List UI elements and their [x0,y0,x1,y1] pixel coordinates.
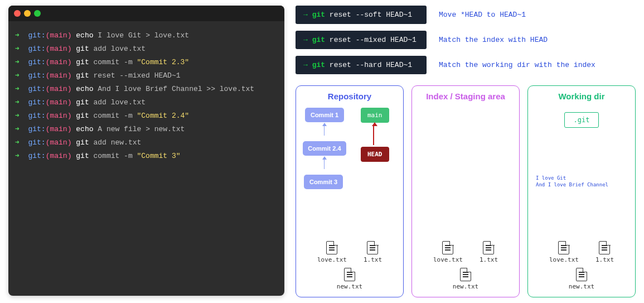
terminal-window: ➜ git:(main) echo I love Git > love.txt➜… [8,6,284,296]
file-item: 1.txt [595,241,614,263]
file-item: new.txt [337,268,362,290]
reset-command-row: → git reset --soft HEAD~1Move *HEAD to H… [296,6,636,24]
terminal-line: ➜ git:(main) git commit -m "Commit 2.3" [15,56,278,69]
file-label: new.txt [569,283,594,290]
reset-command-row: → git reset --mixed HEAD~1Match the inde… [296,31,636,49]
file-label: new.txt [453,283,478,290]
command-pill: → git reset --soft HEAD~1 [296,6,427,24]
terminal-titlebar [8,6,284,21]
terminal-line: ➜ git:(main) echo A new file > new.txt [15,123,278,136]
working-file-content: I love Git And I love Brief Channel [532,175,631,190]
terminal-body[interactable]: ➜ git:(main) echo I love Git > love.txt➜… [8,21,284,171]
file-icon [344,268,355,281]
file-label: 1.txt [595,256,614,263]
panel-title: Working dir [532,92,631,101]
commit-node-1: Commit 1 [305,108,344,122]
file-icon [558,241,569,254]
work-files: love.txt1.txtnew.txt [532,238,631,290]
file-item: new.txt [453,268,478,290]
file-label: 1.txt [364,256,382,263]
panel-title: Repository [301,92,399,101]
commit-node-3: Commit 3 [304,175,343,189]
maximize-icon[interactable] [34,10,41,17]
head-label: HEAD [361,147,389,162]
terminal-line: ➜ git:(main) echo And I love Brief Chann… [15,83,278,96]
file-icon [442,241,453,254]
reset-command-row: → git reset --hard HEAD~1Match the worki… [296,56,636,74]
terminal-line: ➜ git:(main) git reset --mixed HEAD~1 [15,69,278,83]
file-icon [599,241,610,254]
file-item: love.txt [549,241,579,263]
command-description: Match the index with HEAD [439,36,548,44]
file-icon [326,241,337,254]
file-item: love.txt [433,241,463,263]
terminal-line: ➜ git:(main) git add new.txt [15,136,278,150]
repo-files: love.txt1.txtnew.txt [301,238,399,290]
reset-commands-list: → git reset --soft HEAD~1Move *HEAD to H… [296,6,636,74]
arrow-up-icon [324,159,325,169]
command-pill: → git reset --hard HEAD~1 [296,56,427,74]
file-item: 1.txt [480,241,498,263]
commit-graph: Commit 1 main Commit 2.4 HEAD Commit 3 [305,108,394,197]
terminal-line: ➜ git:(main) git add love.txt [15,96,278,109]
git-area-panels: Repository Commit 1 main Commit 2.4 HEAD… [296,85,636,297]
close-icon[interactable] [14,10,21,17]
file-icon [367,241,378,254]
file-item: new.txt [569,268,594,290]
file-icon [576,268,587,281]
command-pill: → git reset --mixed HEAD~1 [296,31,427,49]
command-description: Move *HEAD to HEAD~1 [439,11,526,19]
command-description: Match the working dir with the index [439,61,595,69]
head-arrow-icon [373,126,374,145]
file-label: love.txt [317,256,347,263]
branch-main: main [361,108,389,123]
git-folder: .git [564,112,599,128]
file-icon [483,241,494,254]
terminal-line: ➜ git:(main) echo I love Git > love.txt [15,29,278,42]
panel-title: Index / Staging area [417,92,515,101]
file-label: new.txt [337,283,362,290]
file-label: 1.txt [480,256,498,263]
terminal-line: ➜ git:(main) git commit -m "Commit 3" [15,150,278,163]
panel-repository: Repository Commit 1 main Commit 2.4 HEAD… [296,85,404,297]
commit-node-24: Commit 2.4 [303,141,346,156]
index-files: love.txt1.txtnew.txt [417,238,515,290]
terminal-line: ➜ git:(main) git add love.txt [15,42,278,56]
terminal-line: ➜ git:(main) git commit -m "Commit 2.4" [15,109,278,123]
arrow-up-icon [324,126,325,136]
minimize-icon[interactable] [24,10,31,17]
file-item: 1.txt [364,241,382,263]
panel-index: Index / Staging area love.txt1.txtnew.tx… [411,85,520,297]
file-label: love.txt [433,256,463,263]
file-label: love.txt [549,256,579,263]
file-item: love.txt [317,241,347,263]
file-icon [460,268,471,281]
panel-working-dir: Working dir .git I love Git And I love B… [527,85,636,297]
